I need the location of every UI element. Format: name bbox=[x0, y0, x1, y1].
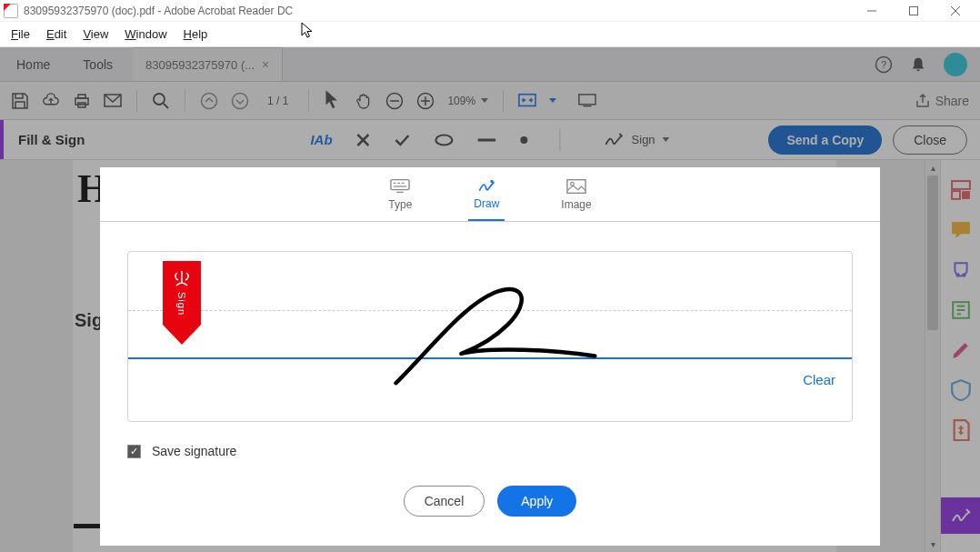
signature-modal-tabs: Type Draw Image bbox=[100, 167, 880, 222]
close-button[interactable] bbox=[935, 0, 976, 22]
menu-file[interactable]: File bbox=[4, 25, 37, 44]
tab-type-label: Type bbox=[388, 198, 412, 211]
cancel-button[interactable]: Cancel bbox=[404, 486, 485, 517]
signature-modal: Type Draw Image Sign Clear ✓ Save signat… bbox=[100, 167, 880, 546]
signature-stroke bbox=[128, 252, 852, 422]
app-icon bbox=[4, 4, 18, 18]
menu-view[interactable]: View bbox=[75, 25, 115, 44]
save-signature-row: ✓ Save signature bbox=[127, 444, 853, 458]
menu-window[interactable]: Window bbox=[117, 25, 174, 44]
titlebar: 83095932375970 (doc).pdf - Adobe Acrobat… bbox=[0, 0, 980, 22]
menu-edit[interactable]: Edit bbox=[39, 25, 74, 44]
svg-point-44 bbox=[571, 182, 575, 186]
modal-buttons: Cancel Apply bbox=[100, 486, 880, 517]
window-controls bbox=[851, 0, 976, 22]
apply-button[interactable]: Apply bbox=[497, 486, 576, 517]
svg-point-42 bbox=[491, 180, 494, 183]
tab-image[interactable]: Image bbox=[555, 176, 596, 221]
tab-draw[interactable]: Draw bbox=[468, 176, 505, 221]
tab-type[interactable]: Type bbox=[383, 176, 417, 221]
tab-image-label: Image bbox=[561, 198, 591, 211]
svg-rect-43 bbox=[567, 180, 585, 194]
save-signature-label: Save signature bbox=[152, 444, 236, 458]
clear-signature-button[interactable]: Clear bbox=[803, 372, 835, 387]
window-title: 83095932375970 (doc).pdf - Adobe Acrobat… bbox=[24, 5, 851, 17]
menu-help[interactable]: Help bbox=[176, 25, 215, 44]
minimize-button[interactable] bbox=[851, 0, 893, 22]
menubar: File Edit View Window Help bbox=[0, 22, 980, 47]
save-signature-checkbox[interactable]: ✓ bbox=[127, 445, 141, 458]
tab-draw-label: Draw bbox=[474, 197, 499, 210]
signature-canvas[interactable]: Sign Clear bbox=[127, 251, 853, 422]
svg-rect-1 bbox=[910, 6, 918, 15]
svg-rect-36 bbox=[391, 180, 409, 190]
maximize-button[interactable] bbox=[893, 0, 935, 22]
